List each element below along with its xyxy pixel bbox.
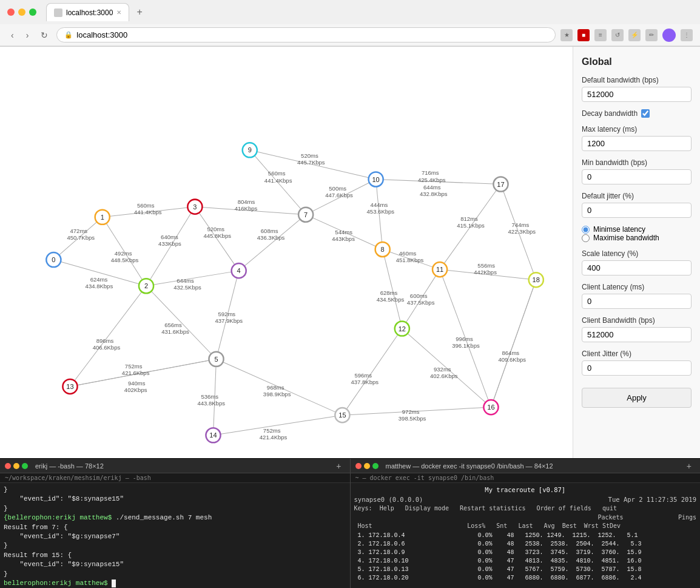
- close-window-button[interactable]: [7, 8, 15, 16]
- terminal-right-close-icon[interactable]: [355, 463, 362, 469]
- terminal-right-minimize-icon[interactable]: [364, 463, 370, 469]
- bookmark-icon[interactable]: ★: [560, 29, 573, 41]
- svg-text:968ms: 968ms: [267, 384, 284, 391]
- term-line: }: [4, 570, 346, 579]
- terminal-right-add-button[interactable]: +: [683, 460, 695, 472]
- scale-latency-label: Scale latency (%): [582, 249, 692, 258]
- svg-text:437.5Kbps: 437.5Kbps: [407, 299, 435, 306]
- minimise-latency-radio[interactable]: [582, 226, 590, 234]
- svg-text:972ms: 972ms: [402, 408, 420, 415]
- maximise-bandwidth-radio[interactable]: [582, 234, 590, 242]
- svg-text:434.5Kbps: 434.5Kbps: [377, 296, 405, 303]
- svg-text:4: 4: [237, 267, 241, 274]
- terminal-right-traffic-lights: [355, 463, 379, 469]
- user-avatar[interactable]: [662, 29, 676, 42]
- mtr-row: 6. 172.18.0.20 0.0% 47 6880. 6880. 6877.…: [354, 574, 697, 583]
- client-latency-group: Client Latency (ms): [582, 283, 692, 309]
- pen-icon[interactable]: ✏: [645, 29, 658, 41]
- terminal-close-icon[interactable]: [5, 463, 11, 469]
- default-jitter-input[interactable]: [582, 203, 692, 218]
- reload-button[interactable]: ↻: [37, 28, 52, 42]
- graph-area: 472ms450.7Kbps 624ms434.8Kbps 492ms448.5…: [0, 47, 573, 458]
- svg-text:15: 15: [338, 411, 346, 419]
- svg-text:443Kbps: 443Kbps: [332, 235, 355, 242]
- client-latency-label: Client Latency (ms): [582, 283, 692, 291]
- new-tab-button[interactable]: +: [132, 4, 147, 20]
- client-jitter-input[interactable]: [582, 360, 692, 376]
- terminal-maximize-icon[interactable]: [22, 463, 28, 469]
- svg-text:2: 2: [144, 282, 148, 289]
- terminal-left-header: erikj — -bash — 78×12 +: [0, 459, 350, 473]
- svg-text:436.3Kbps: 436.3Kbps: [257, 234, 285, 241]
- browser-chrome: localhost:3000 ✕ + ‹ › ↻ 🔒 localhost:300…: [0, 0, 700, 47]
- svg-line-9: [239, 215, 306, 271]
- svg-text:644ms: 644ms: [177, 277, 194, 284]
- decay-bandwidth-group: Decay bandwidth: [582, 109, 692, 118]
- default-bandwidth-input[interactable]: [582, 87, 692, 102]
- svg-text:10: 10: [372, 176, 379, 183]
- latency-bandwidth-radio-group: Minimse latency Maximise bandwidth: [582, 225, 692, 242]
- refresh-icon[interactable]: ↺: [611, 29, 624, 41]
- nodes[interactable]: 0 1 2 3 4 5 7 8: [46, 143, 543, 442]
- svg-text:812ms: 812ms: [460, 215, 478, 222]
- svg-text:11: 11: [436, 266, 443, 273]
- client-bandwidth-input[interactable]: [582, 327, 692, 342]
- client-jitter-label: Client Jitter (%): [582, 350, 692, 358]
- menu-icon[interactable]: ⋮: [681, 29, 693, 41]
- client-bandwidth-group: Client Bandwidth (bps): [582, 316, 692, 342]
- browser-toolbar: ‹ › ↻ 🔒 localhost:3000 ★ ■ ≡ ↺ ⚡ ✏ ⋮: [0, 24, 700, 46]
- svg-text:398.9Kbps: 398.9Kbps: [263, 391, 291, 397]
- svg-text:752ms: 752ms: [125, 363, 143, 370]
- terminal-right-body[interactable]: My traceroute [v0.87] synapse0 (0.0.0.0)…: [351, 483, 701, 588]
- edge-labels: 472ms450.7Kbps 624ms434.8Kbps 492ms448.5…: [67, 152, 536, 441]
- svg-text:804ms: 804ms: [238, 198, 255, 205]
- term-line: "event_id": "$8:synapse15": [4, 495, 346, 504]
- terminal-right-maximize-icon[interactable]: [372, 463, 379, 469]
- mtr-info-row: synapse0 (0.0.0.0) Tue Apr 2 11:27:35 20…: [354, 495, 697, 504]
- svg-text:460ms: 460ms: [399, 250, 417, 257]
- svg-text:560ms: 560ms: [137, 202, 155, 209]
- scale-latency-input[interactable]: [582, 260, 692, 275]
- svg-text:441.4Kbps: 441.4Kbps: [264, 177, 292, 184]
- default-bandwidth-label: Default bandwidth (bps): [582, 76, 692, 84]
- back-button[interactable]: ‹: [7, 28, 18, 42]
- term-line: "event_id": "$g:synapse7": [4, 532, 346, 541]
- svg-text:744ms: 744ms: [512, 221, 530, 228]
- svg-text:18: 18: [533, 276, 540, 283]
- lightning-icon[interactable]: ⚡: [628, 29, 641, 41]
- svg-text:402.6Kbps: 402.6Kbps: [430, 373, 458, 379]
- forward-button[interactable]: ›: [22, 28, 33, 42]
- svg-text:421.6Kbps: 421.6Kbps: [122, 370, 150, 376]
- decay-bandwidth-checkbox[interactable]: [641, 109, 650, 118]
- terminal-right-header: matthew — docker exec -it synapse0 /bin/…: [351, 459, 701, 473]
- term-line: {bellerophon:erikj matthew$ ./send_messa…: [4, 513, 346, 522]
- maximize-window-button[interactable]: [29, 8, 36, 16]
- apply-button[interactable]: Apply: [582, 388, 692, 408]
- svg-text:415.1Kbps: 415.1Kbps: [457, 222, 485, 229]
- terminal-minimize-icon[interactable]: [13, 463, 19, 469]
- browser-tab[interactable]: localhost:3000 ✕: [46, 3, 129, 21]
- scale-latency-group: Scale latency (%): [582, 249, 692, 275]
- min-bandwidth-input[interactable]: [582, 169, 692, 184]
- default-jitter-label: Default jitter (%): [582, 192, 692, 200]
- minimize-window-button[interactable]: [18, 8, 25, 16]
- default-jitter-group: Default jitter (%): [582, 192, 692, 218]
- mtr-row: 5. 172.18.0.13 0.0% 47 5767. 5759. 5730.…: [354, 566, 697, 574]
- terminal-left-add-button[interactable]: +: [332, 460, 345, 472]
- term-line: "event_id": "$9:synapse15": [4, 560, 346, 569]
- address-bar[interactable]: 🔒 localhost:3000: [56, 27, 556, 42]
- decay-bandwidth-label: Decay bandwidth: [582, 109, 692, 118]
- svg-text:752ms: 752ms: [263, 427, 281, 434]
- svg-text:443.8Kbps: 443.8Kbps: [197, 400, 225, 407]
- terminal-left-body[interactable]: } "event_id": "$8:synapse15" } {bellerop…: [0, 483, 350, 588]
- extensions-icon[interactable]: ■: [577, 29, 590, 41]
- term-line: Result from 15: {: [4, 551, 346, 560]
- reader-icon[interactable]: ≡: [594, 29, 607, 41]
- svg-line-25: [342, 329, 402, 416]
- tab-close-button[interactable]: ✕: [116, 9, 121, 16]
- svg-text:422.3Kbps: 422.3Kbps: [508, 228, 536, 235]
- max-latency-input[interactable]: [582, 136, 692, 151]
- svg-text:472ms: 472ms: [70, 228, 87, 234]
- right-panel: Global Default bandwidth (bps) Decay ban…: [573, 47, 700, 458]
- client-latency-input[interactable]: [582, 294, 692, 309]
